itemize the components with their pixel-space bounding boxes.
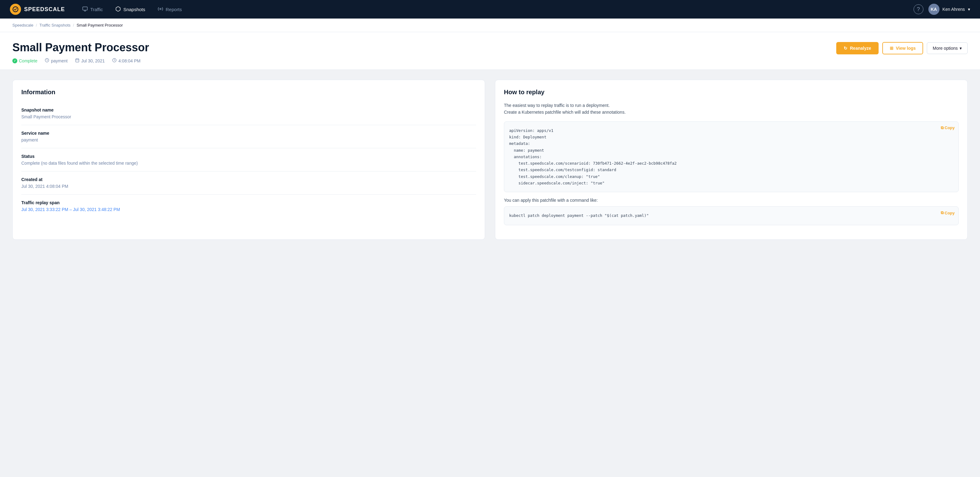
- view-logs-button[interactable]: ⊞ View logs: [882, 42, 923, 54]
- user-caret-icon: ▾: [968, 7, 970, 12]
- replay-desc-line1: The easiest way to replay traffic is to …: [504, 103, 609, 108]
- date-value: Jul 30, 2021: [81, 59, 105, 63]
- more-options-button[interactable]: More options ▾: [927, 42, 967, 54]
- nav-snapshots[interactable]: Snapshots: [110, 4, 150, 15]
- apply-label: You can apply this patchfile with a comm…: [504, 198, 959, 203]
- nav-reports[interactable]: Reports: [153, 4, 187, 15]
- copy-kubectl-icon: ⧉: [941, 211, 943, 216]
- copy-annotations-icon: ⧉: [941, 125, 943, 130]
- time-icon: [112, 58, 116, 63]
- help-button[interactable]: ?: [913, 4, 923, 14]
- reanalyze-icon: ↻: [844, 46, 847, 51]
- svg-rect-1: [83, 7, 88, 10]
- breadcrumb: Speedscale / Traffic Snapshots / Small P…: [13, 23, 967, 27]
- service-value: payment: [51, 59, 68, 63]
- service-meta: payment: [45, 58, 68, 63]
- reanalyze-button[interactable]: ↻ Reanalyze: [836, 42, 878, 54]
- info-created-at: Created at Jul 30, 2021 4:08:04 PM: [21, 171, 476, 195]
- user-menu[interactable]: KA Ken Ahrens ▾: [928, 4, 970, 15]
- nav-traffic[interactable]: Traffic: [77, 4, 108, 15]
- breadcrumb-bar: Speedscale / Traffic Snapshots / Small P…: [0, 19, 980, 32]
- info-created-at-label: Created at: [21, 177, 476, 182]
- breadcrumb-current: Small Payment Processor: [77, 23, 123, 27]
- avatar: KA: [928, 4, 940, 15]
- copy-kubectl-label: Copy: [945, 211, 955, 216]
- info-service-name-value: payment: [21, 138, 476, 143]
- more-options-caret-icon: ▾: [959, 46, 962, 51]
- svg-rect-4: [75, 59, 79, 62]
- svg-point-2: [160, 8, 161, 10]
- info-service-name: Service name payment: [21, 125, 476, 148]
- breadcrumb-sep-2: /: [73, 23, 74, 27]
- copy-annotations-button[interactable]: ⧉ Copy: [941, 125, 955, 130]
- info-traffic-span-value: Jul 30, 2021 3:33:22 PM – Jul 30, 2021 3…: [21, 207, 476, 212]
- copy-annotations-label: Copy: [945, 125, 955, 130]
- code-annotations-text: apiVersion: apps/v1 kind: Deployment met…: [509, 127, 953, 186]
- svg-point-0: [13, 7, 18, 12]
- info-snapshot-name-label: Snapshot name: [21, 108, 476, 113]
- information-card: Information Snapshot name Small Payment …: [13, 80, 485, 240]
- main-content: Information Snapshot name Small Payment …: [0, 70, 980, 250]
- logo-text: SPEEDSCALE: [24, 6, 65, 13]
- nav-right: ? KA Ken Ahrens ▾: [913, 4, 970, 15]
- nav-snapshots-label: Snapshots: [123, 7, 145, 12]
- info-created-at-value: Jul 30, 2021 4:08:04 PM: [21, 184, 476, 189]
- nav-traffic-label: Traffic: [90, 7, 103, 12]
- info-status: Status Complete (no data files found wit…: [21, 148, 476, 171]
- date-icon: [75, 58, 80, 63]
- date-meta: Jul 30, 2021: [75, 58, 105, 63]
- page-title: Small Payment Processor: [13, 41, 149, 54]
- copy-kubectl-button[interactable]: ⧉ Copy: [941, 211, 955, 216]
- traffic-icon: [82, 6, 88, 13]
- more-options-label: More options: [933, 46, 958, 51]
- nav-reports-label: Reports: [166, 7, 182, 12]
- info-status-label: Status: [21, 154, 476, 159]
- view-logs-icon: ⊞: [890, 46, 893, 51]
- page-header: Small Payment Processor ↻ Reanalyze ⊞ Vi…: [0, 32, 980, 70]
- info-section-title: Information: [21, 89, 476, 96]
- info-snapshot-name: Snapshot name Small Payment Processor: [21, 102, 476, 125]
- status-dot-icon: [13, 59, 18, 63]
- logo[interactable]: SPEEDSCALE: [10, 4, 65, 15]
- breadcrumb-speedscale[interactable]: Speedscale: [13, 23, 33, 27]
- status-label: Complete: [19, 59, 37, 63]
- info-snapshot-name-value: Small Payment Processor: [21, 114, 476, 119]
- view-logs-label: View logs: [896, 46, 916, 51]
- page-header-top: Small Payment Processor ↻ Reanalyze ⊞ Vi…: [13, 41, 967, 54]
- reports-icon: [158, 6, 163, 13]
- info-traffic-span: Traffic replay span Jul 30, 2021 3:33:22…: [21, 195, 476, 217]
- time-value: 4:08:04 PM: [118, 59, 141, 63]
- info-status-value: Complete (no data files found within the…: [21, 161, 476, 166]
- replay-card: How to replay The easiest way to replay …: [495, 80, 967, 240]
- page-meta: Complete payment Jul 30, 2021 4:08:04 PM: [13, 58, 967, 63]
- reanalyze-label: Reanalyze: [850, 46, 871, 51]
- time-meta: 4:08:04 PM: [112, 58, 141, 63]
- navbar: SPEEDSCALE Traffic Snapshots Reports ? K…: [0, 0, 980, 19]
- logo-icon: [10, 4, 21, 15]
- breadcrumb-sep-1: /: [36, 23, 37, 27]
- status-badge: Complete: [13, 59, 37, 63]
- replay-description: The easiest way to replay traffic is to …: [504, 102, 959, 116]
- breadcrumb-traffic-snapshots[interactable]: Traffic Snapshots: [40, 23, 70, 27]
- service-icon: [45, 58, 49, 63]
- replay-section-title: How to replay: [504, 89, 959, 96]
- code-block-annotations: apiVersion: apps/v1 kind: Deployment met…: [504, 121, 959, 192]
- info-traffic-span-label: Traffic replay span: [21, 200, 476, 205]
- info-service-name-label: Service name: [21, 131, 476, 136]
- snapshots-icon: [115, 6, 121, 13]
- code-block-kubectl: kubectl patch deployment payment --patch…: [504, 206, 959, 225]
- replay-desc-line2: Create a Kubernetes patchfile which will…: [504, 110, 626, 115]
- code-kubectl-text: kubectl patch deployment payment --patch…: [509, 213, 649, 218]
- header-actions: ↻ Reanalyze ⊞ View logs More options ▾: [836, 42, 967, 54]
- nav-items: Traffic Snapshots Reports: [77, 4, 913, 15]
- user-name: Ken Ahrens: [943, 7, 965, 12]
